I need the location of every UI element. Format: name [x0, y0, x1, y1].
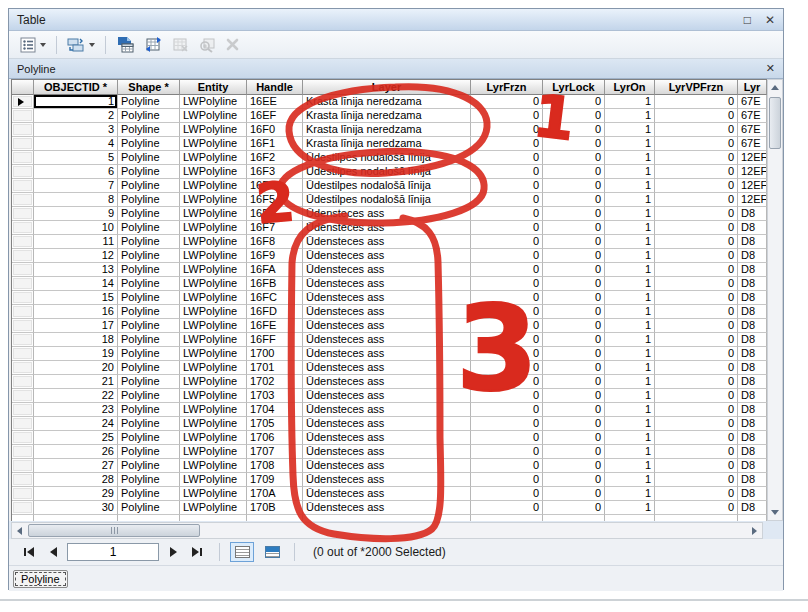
table-cell[interactable]: 0: [471, 207, 543, 221]
table-cell[interactable]: Ūdensteces ass: [303, 235, 471, 249]
table-cell[interactable]: 1: [605, 347, 655, 361]
table-cell[interactable]: 1: [605, 137, 655, 151]
table-cell[interactable]: Ūdensteces ass: [303, 347, 471, 361]
table-cell[interactable]: 0: [471, 277, 543, 291]
table-cell[interactable]: Ūdensteces ass: [303, 501, 471, 515]
table-cell[interactable]: D8: [738, 375, 767, 389]
table-cell[interactable]: 0: [655, 389, 738, 403]
table-cell[interactable]: 170B: [247, 501, 303, 515]
row-selector[interactable]: [12, 109, 34, 123]
table-cell[interactable]: Krasta līnija neredzama: [303, 123, 471, 137]
table-cell[interactable]: Polyline: [118, 459, 180, 473]
table-cell[interactable]: Polyline: [118, 179, 180, 193]
table-cell[interactable]: 0: [543, 263, 605, 277]
related-tables-button[interactable]: [64, 34, 98, 56]
row-selector[interactable]: [12, 333, 34, 347]
table-cell[interactable]: LWPolyline: [180, 445, 247, 459]
switch-selection-button[interactable]: [141, 34, 166, 56]
row-selector[interactable]: [12, 319, 34, 333]
row-selector[interactable]: [12, 347, 34, 361]
table-cell[interactable]: Ūdestilpes nodalošā līnija: [303, 151, 471, 165]
table-cell[interactable]: 0: [543, 403, 605, 417]
table-cell[interactable]: Polyline: [118, 333, 180, 347]
vertical-scroll-thumb[interactable]: [769, 97, 781, 149]
table-cell[interactable]: 1: [605, 235, 655, 249]
table-cell[interactable]: 15: [34, 291, 118, 305]
table-cell[interactable]: 0: [655, 291, 738, 305]
column-header[interactable]: LyrVPFrzn: [655, 80, 738, 95]
table-cell[interactable]: Krasta līnija neredzama: [303, 95, 471, 109]
table-cell[interactable]: 1: [605, 487, 655, 501]
table-cell[interactable]: 0: [655, 249, 738, 263]
row-selector[interactable]: [12, 487, 34, 501]
row-selector[interactable]: [12, 459, 34, 473]
table-cell[interactable]: Polyline: [118, 137, 180, 151]
table-cell[interactable]: Ūdensteces ass: [303, 221, 471, 235]
table-cell[interactable]: 27: [34, 459, 118, 473]
table-cell[interactable]: LWPolyline: [180, 403, 247, 417]
table-cell[interactable]: D8: [738, 235, 767, 249]
table-cell[interactable]: 0: [471, 165, 543, 179]
table-cell[interactable]: D8: [738, 277, 767, 291]
table-cell[interactable]: Polyline: [118, 417, 180, 431]
table-cell[interactable]: Krasta līnija neredzama: [303, 109, 471, 123]
row-selector[interactable]: [12, 151, 34, 165]
table-cell[interactable]: 0: [471, 417, 543, 431]
table-cell[interactable]: Polyline: [118, 207, 180, 221]
table-cell[interactable]: 0: [655, 263, 738, 277]
row-selector[interactable]: [12, 263, 34, 277]
table-cell[interactable]: LWPolyline: [180, 333, 247, 347]
table-cell[interactable]: 0: [543, 249, 605, 263]
table-cell[interactable]: 4: [34, 137, 118, 151]
table-cell[interactable]: LWPolyline: [180, 473, 247, 487]
table-cell[interactable]: Polyline: [118, 263, 180, 277]
table-cell[interactable]: 12: [34, 249, 118, 263]
table-cell[interactable]: LWPolyline: [180, 487, 247, 501]
delete-selected-button[interactable]: [222, 34, 243, 56]
table-cell[interactable]: Ūdensteces ass: [303, 417, 471, 431]
table-cell[interactable]: 0: [543, 179, 605, 193]
table-cell[interactable]: 0: [655, 361, 738, 375]
table-cell[interactable]: Ūdensteces ass: [303, 487, 471, 501]
table-cell[interactable]: 0: [543, 165, 605, 179]
clear-selection-button[interactable]: [169, 34, 192, 56]
table-cell[interactable]: 5: [34, 151, 118, 165]
title-bar[interactable]: Table □ ✕: [9, 9, 783, 31]
table-cell[interactable]: Ūdestilpes nodalošā līnija: [303, 165, 471, 179]
table-cell[interactable]: 1: [605, 305, 655, 319]
table-cell[interactable]: 16FA: [247, 263, 303, 277]
table-cell[interactable]: 14: [34, 277, 118, 291]
row-selector[interactable]: [12, 375, 34, 389]
table-cell[interactable]: 0: [655, 459, 738, 473]
table-cell[interactable]: 0: [543, 151, 605, 165]
table-cell[interactable]: 1: [605, 291, 655, 305]
table-cell[interactable]: 1700: [247, 347, 303, 361]
table-cell[interactable]: 8: [34, 193, 118, 207]
table-cell[interactable]: D8: [738, 431, 767, 445]
table-cell[interactable]: 10: [34, 221, 118, 235]
table-cell[interactable]: 22: [34, 389, 118, 403]
table-cell[interactable]: 0: [543, 459, 605, 473]
table-cell[interactable]: 16F8: [247, 235, 303, 249]
table-cell[interactable]: Polyline: [118, 319, 180, 333]
table-cell[interactable]: Ūdensteces ass: [303, 207, 471, 221]
table-cell[interactable]: 12EF: [738, 179, 767, 193]
horizontal-scroll-thumb[interactable]: [28, 524, 200, 537]
table-cell[interactable]: 0: [543, 207, 605, 221]
table-cell[interactable]: 1701: [247, 361, 303, 375]
table-cell[interactable]: 0: [655, 179, 738, 193]
table-cell[interactable]: D8: [738, 361, 767, 375]
table-cell[interactable]: 1: [605, 501, 655, 515]
table-cell[interactable]: LWPolyline: [180, 459, 247, 473]
table-cell[interactable]: 16F7: [247, 221, 303, 235]
table-cell[interactable]: 0: [471, 501, 543, 515]
table-cell[interactable]: 0: [543, 361, 605, 375]
table-cell[interactable]: 0: [543, 123, 605, 137]
table-cell[interactable]: 0: [543, 473, 605, 487]
table-cell[interactable]: Polyline: [118, 403, 180, 417]
table-cell[interactable]: 16FB: [247, 277, 303, 291]
table-cell[interactable]: D8: [738, 249, 767, 263]
table-cell[interactable]: 0: [655, 165, 738, 179]
table-cell[interactable]: 0: [543, 137, 605, 151]
row-selector[interactable]: [12, 249, 34, 263]
